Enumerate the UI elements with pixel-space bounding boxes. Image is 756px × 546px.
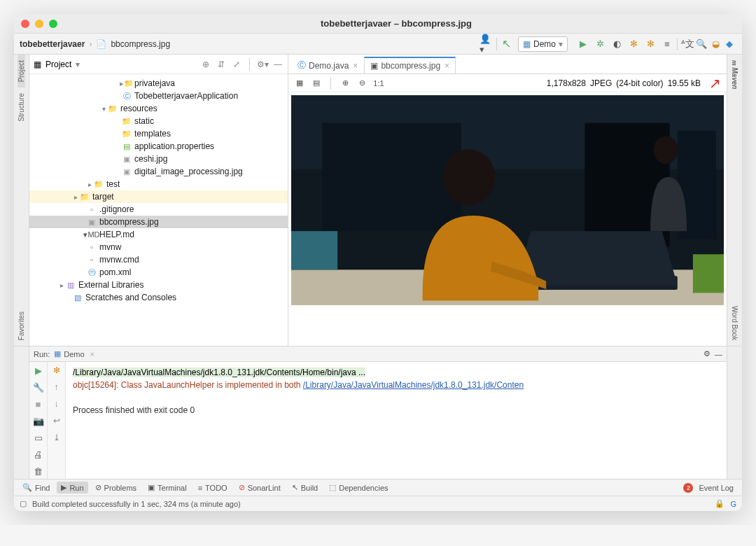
project-panel: ▦ Project ▾ ⊕ ⇵ ⤢ ⚙▾ — ▸📁privatejava ⒸTo… (29, 55, 288, 346)
project-view-icon: ▦ (34, 59, 41, 69)
run-label: Run: (34, 350, 50, 358)
editor-tabs: ⒸDemo.java× ▣bbcompress.jpg× (288, 55, 727, 74)
run-tool-window: Run: ▦Demo× ⚙ — ▶ 🔧 ■ 📷 ▭ 🖨 🗑 ✻ (14, 346, 742, 479)
status-google-icon[interactable]: G (730, 500, 736, 508)
ide-update-icon[interactable]: ◒ (708, 37, 722, 51)
project-tool-tab[interactable]: Project (18, 55, 25, 88)
svg-rect-4 (322, 123, 461, 232)
run-button[interactable]: ▶ (576, 37, 590, 51)
tree-node-target: ▸📁target (29, 190, 288, 203)
zoom-out-icon[interactable]: ⊖ (356, 78, 368, 89)
status-bar: ▢ Build completed successfully in 1 sec,… (14, 496, 742, 511)
tab-bbcompress[interactable]: ▣bbcompress.jpg× (364, 57, 456, 74)
svg-point-9 (654, 136, 678, 164)
grid-icon[interactable]: ▤ (311, 78, 322, 89)
terminal-tool-tab[interactable]: ▣ Terminal (144, 482, 191, 493)
actual-size-icon[interactable]: ▦ (294, 78, 305, 89)
select-opened-file-icon[interactable]: ⊕ (200, 59, 211, 70)
status-toggle-icon[interactable]: ▢ (20, 499, 27, 508)
title-bar: tobebetterjavaer – bbcompress.jpg (14, 14, 742, 34)
svg-rect-11 (291, 231, 337, 270)
run-actions-gutter: ▶ 🔧 ■ 📷 ▭ 🖨 🗑 (29, 362, 48, 479)
breadcrumb-project[interactable]: tobebetterjavaer (20, 39, 85, 49)
window-zoom-button[interactable] (49, 20, 57, 28)
run-tool-tab[interactable]: ▶ Run (57, 482, 88, 493)
console-actions-gutter: ✻ ↑ ↓ ↩ ⤓ (48, 362, 66, 479)
run-layout-icon[interactable]: ▭ (33, 432, 44, 443)
navigation-bar: tobebetterjavaer › 📄 bbcompress.jpg 👤▾ ↖… (14, 34, 742, 55)
run-tab-demo[interactable]: ▦Demo× (50, 348, 99, 360)
wordbook-tool-tab[interactable]: Word Book (731, 300, 738, 346)
coverage-button[interactable]: ◐ (610, 37, 624, 51)
console-softwrap-icon[interactable]: ↩ (51, 415, 62, 426)
build-tool-tab[interactable]: ↖ Build (288, 482, 322, 493)
one-to-one-button[interactable]: 1:1 (373, 78, 384, 89)
right-tool-stripe: m Maven Word Book (727, 55, 742, 346)
chevron-right-icon: › (89, 39, 92, 49)
run-hide-icon[interactable]: — (715, 350, 722, 358)
editor-area: ⒸDemo.java× ▣bbcompress.jpg× ▦ ▤ ⊕ ⊖ 1:1… (288, 55, 727, 346)
run-wrench-icon[interactable]: 🔧 (33, 382, 44, 393)
close-icon[interactable]: × (353, 61, 358, 71)
run-print-icon[interactable]: 🖨 (33, 449, 44, 460)
profile-button[interactable]: ✻ (626, 37, 640, 51)
debug-button[interactable]: ✲ (593, 37, 607, 51)
project-tree[interactable]: ▸📁privatejava ⒸTobebetterjavaerApplicati… (29, 74, 288, 346)
tab-demo-java[interactable]: ⒸDemo.java× (291, 57, 364, 74)
window-minimize-button[interactable] (35, 20, 43, 28)
sonarlint-tool-tab[interactable]: ⊘ SonarLint (234, 482, 285, 493)
breadcrumb-file[interactable]: bbcompress.jpg (111, 39, 170, 49)
stop-button[interactable]: ■ (660, 37, 674, 51)
run-camera-icon[interactable]: 📷 (33, 415, 44, 426)
console-scroll-icon[interactable]: ⤓ (51, 432, 62, 443)
window-close-button[interactable] (21, 20, 29, 28)
favorites-tool-tab[interactable]: Favorites (18, 306, 25, 346)
build-hammer-icon[interactable]: ↖ (500, 37, 514, 51)
annotation-arrow-icon: ↗ (709, 75, 721, 92)
search-everywhere-icon[interactable]: 🔍 (694, 37, 708, 51)
console-output[interactable]: /Library/Java/JavaVirtualMachines/jdk1.8… (66, 362, 727, 479)
svg-marker-7 (515, 231, 678, 285)
collapse-all-icon[interactable]: ⤢ (231, 59, 242, 70)
close-icon[interactable]: × (444, 61, 449, 71)
window-title: tobebetterjavaer – bbcompress.jpg (57, 18, 735, 29)
project-panel-header: ▦ Project ▾ ⊕ ⇵ ⤢ ⚙▾ — (29, 55, 288, 74)
image-viewer-toolbar: ▦ ▤ ⊕ ⊖ 1:1 1,178x828 JPEG (24-bit color… (288, 74, 727, 92)
maven-tool-tab[interactable]: m Maven (731, 55, 738, 94)
console-up-icon[interactable]: ↑ (51, 382, 62, 393)
dependencies-tool-tab[interactable]: ⬚ Dependencies (325, 482, 392, 493)
run-settings-icon[interactable]: ⚙ (704, 349, 710, 358)
rerun-icon[interactable]: ▶ (33, 365, 44, 376)
tree-node-bbcompress: ▣bbcompress.jpg (29, 216, 288, 228)
event-log-tab[interactable]: 2Event Log (679, 482, 738, 494)
structure-tool-tab[interactable]: Structure (18, 88, 25, 127)
expand-all-icon[interactable]: ⇵ (216, 59, 227, 70)
console-down-icon[interactable]: ↓ (51, 398, 62, 410)
svg-point-8 (442, 149, 495, 204)
translate-icon[interactable]: ᴬ文 (680, 37, 694, 51)
console-orange-icon[interactable]: ✻ (51, 365, 62, 376)
hide-panel-icon[interactable]: — (272, 59, 284, 70)
status-lock-icon[interactable]: 🔒 (715, 499, 724, 508)
panel-settings-icon[interactable]: ⚙▾ (257, 59, 268, 70)
todo-tool-tab[interactable]: ≡ TODO (194, 482, 232, 493)
image-info: 1,178x828 JPEG (24-bit color) 19.55 kB ↗ (547, 75, 721, 92)
problems-tool-tab[interactable]: ⊘ Problems (91, 482, 141, 493)
image-preview[interactable] (288, 92, 727, 346)
status-message: Build completed successfully in 1 sec, 3… (32, 500, 241, 508)
run-stop-icon[interactable]: ■ (33, 398, 44, 410)
run-config-dropdown[interactable]: ▦ Demo ▾ (518, 36, 568, 52)
ide-settings-icon[interactable]: ◆ (722, 37, 736, 51)
run-trash-icon[interactable]: 🗑 (33, 465, 44, 477)
zoom-in-icon[interactable]: ⊕ (340, 78, 351, 89)
svg-rect-10 (693, 254, 724, 293)
bottom-toolwindow-bar: 🔍 Find ▶ Run ⊘ Problems ▣ Terminal ≡ TOD… (14, 479, 742, 496)
breadcrumb[interactable]: tobebetterjavaer › 📄 bbcompress.jpg (20, 39, 170, 49)
profile-alt-button[interactable]: ✻ (643, 37, 657, 51)
vcs-user-icon[interactable]: 👤▾ (479, 37, 493, 51)
left-tool-stripe: Project Structure Favorites (14, 55, 29, 346)
find-tool-tab[interactable]: 🔍 Find (18, 482, 54, 493)
